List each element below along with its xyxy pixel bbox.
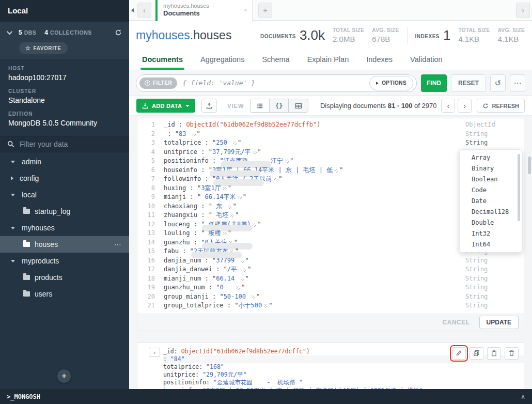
view-tab[interactable]: Validation bbox=[410, 50, 443, 70]
new-tab-button[interactable]: + bbox=[258, 3, 272, 18]
caret-icon[interactable] bbox=[11, 194, 15, 196]
tree-item[interactable]: admin bbox=[0, 153, 129, 170]
field-name[interactable]: danjia_danwei bbox=[164, 266, 212, 273]
type-option[interactable]: Binary bbox=[460, 163, 522, 174]
add-data-button[interactable]: ADD DATA bbox=[136, 99, 195, 113]
table-view-button[interactable] bbox=[289, 99, 308, 112]
field-value[interactable]: 66.14平米 bbox=[201, 193, 236, 200]
item-menu-icon[interactable]: ⋯ bbox=[114, 240, 122, 248]
field-value[interactable]: 板楼 bbox=[205, 229, 221, 237]
expand-shell-icon[interactable]: ∧ bbox=[521, 393, 525, 400]
view-tab[interactable]: Schema bbox=[262, 50, 289, 70]
resize-grip-icon[interactable] bbox=[264, 304, 268, 308]
field-value[interactable]: 250 bbox=[216, 139, 231, 146]
delete-document-button[interactable] bbox=[505, 347, 519, 360]
resize-grip-icon[interactable] bbox=[238, 196, 242, 199]
document-field-row[interactable]: 18mianji_num : 66.14 "66.14 "String bbox=[137, 274, 524, 284]
tree-item[interactable]: products bbox=[0, 269, 129, 286]
preview-field-row[interactable]: totalprice: "168""168" bbox=[163, 363, 524, 371]
next-page-button[interactable]: › bbox=[458, 99, 472, 113]
preview-field-row[interactable]: unitprice: "29,709元/平""29,709元/平" bbox=[163, 371, 524, 379]
field-type[interactable]: String bbox=[465, 265, 488, 274]
close-tab-icon[interactable]: × bbox=[243, 6, 247, 14]
document-field-row[interactable]: 16danjia_num : 37799 "37799 "String bbox=[137, 256, 524, 266]
type-option[interactable]: Code bbox=[460, 185, 522, 196]
document-field-row[interactable]: 2 : 83 "83 "String bbox=[137, 130, 524, 139]
expand-document-button[interactable]: › bbox=[149, 348, 160, 357]
field-value[interactable]: 37799 bbox=[216, 257, 238, 264]
refresh-databases-icon[interactable] bbox=[115, 29, 122, 36]
field-name[interactable]: guanzhu_num bbox=[164, 284, 205, 291]
field-type[interactable]: String bbox=[465, 274, 488, 284]
document-field-row[interactable]: 3totalprice : 250 "250 "String bbox=[137, 138, 524, 148]
view-tab[interactable]: Documents bbox=[142, 50, 183, 70]
sidebar-filter-input[interactable] bbox=[20, 140, 118, 148]
field-name[interactable]: guanzhu bbox=[164, 239, 190, 246]
create-database-button[interactable]: + bbox=[57, 369, 71, 383]
json-view-button[interactable]: {} bbox=[270, 99, 289, 112]
field-name[interactable]: mianji bbox=[164, 193, 186, 200]
type-option[interactable]: Date bbox=[460, 196, 522, 207]
resize-grip-icon[interactable] bbox=[241, 259, 244, 263]
options-button[interactable]: OPTIONS bbox=[369, 76, 413, 90]
field-type[interactable]: String bbox=[465, 292, 488, 302]
field-value[interactable]: 小于500 bbox=[239, 302, 262, 309]
field-type[interactable]: String bbox=[465, 256, 488, 266]
next-tabs-button[interactable]: › bbox=[516, 3, 530, 18]
field-name[interactable]: totalprice bbox=[164, 139, 201, 146]
resize-grip-icon[interactable] bbox=[253, 151, 257, 154]
document-field-row[interactable]: 1_id : ObjectId("61db062ef9d8b52ee77dcff… bbox=[137, 120, 524, 130]
field-type[interactable]: String bbox=[465, 130, 488, 139]
prev-tabs-button[interactable]: ‹ bbox=[137, 3, 151, 18]
query-history-icon[interactable]: ↺ bbox=[490, 74, 506, 92]
filter-placeholder[interactable]: { field: 'value' } bbox=[182, 79, 255, 87]
resize-grip-icon[interactable] bbox=[253, 223, 256, 227]
list-view-button[interactable] bbox=[251, 99, 270, 112]
caret-icon[interactable] bbox=[11, 227, 15, 229]
find-button[interactable]: FIND bbox=[421, 74, 447, 92]
view-tab[interactable]: Aggregations bbox=[200, 50, 244, 70]
update-button[interactable]: UPDATE bbox=[479, 316, 519, 329]
type-option[interactable]: Decimal128 bbox=[460, 207, 522, 217]
resize-grip-icon[interactable] bbox=[285, 160, 289, 163]
field-value[interactable]: 毛坯 bbox=[212, 211, 228, 219]
field-value[interactable]: 东 bbox=[212, 203, 226, 210]
caret-icon[interactable] bbox=[11, 161, 15, 163]
edit-document-button[interactable] bbox=[452, 347, 466, 360]
resize-grip-icon[interactable] bbox=[243, 268, 246, 272]
tree-item[interactable]: config bbox=[0, 170, 129, 187]
resize-grip-icon[interactable] bbox=[274, 178, 277, 181]
field-name[interactable]: louling bbox=[164, 229, 190, 237]
field-type[interactable]: String bbox=[465, 138, 488, 148]
copy-document-button[interactable] bbox=[487, 347, 501, 360]
view-tab[interactable]: Explain Plan bbox=[307, 50, 349, 70]
resize-grip-icon[interactable] bbox=[335, 169, 338, 173]
preview-field-row[interactable]: positioninfo: "金迪城市花园 - 机场路 ""金迪城市花园 - 机… bbox=[163, 379, 524, 386]
field-name[interactable]: danjia_num bbox=[164, 257, 201, 264]
type-option[interactable]: Double bbox=[460, 217, 522, 228]
field-value[interactable]: 37,799元/平 bbox=[212, 148, 251, 156]
more-options-icon[interactable]: ⋯ bbox=[510, 74, 525, 92]
field-name[interactable]: fabu bbox=[164, 247, 179, 255]
collapse-sidebar-icon[interactable] bbox=[129, 8, 136, 12]
resize-grip-icon[interactable] bbox=[230, 214, 234, 217]
tree-item[interactable]: startup_log bbox=[0, 203, 129, 220]
field-name[interactable]: zhuangxiu bbox=[164, 211, 197, 219]
tree-item[interactable]: users bbox=[0, 286, 129, 302]
field-value[interactable]: 0 bbox=[220, 284, 234, 291]
mongosh-bar[interactable]: >_MONGOSH ∧ bbox=[0, 389, 532, 404]
resize-grip-icon[interactable] bbox=[237, 286, 240, 290]
content-scrollbar[interactable] bbox=[528, 157, 531, 174]
field-name[interactable]: chaoxiang bbox=[164, 203, 197, 210]
field-name[interactable]: group_totalprice bbox=[164, 302, 224, 309]
field-name[interactable]: mianji_num bbox=[164, 275, 201, 282]
field-name[interactable]: followinfo bbox=[164, 175, 201, 182]
field-value[interactable]: 50-100 bbox=[224, 293, 250, 300]
field-value[interactable]: 3室1厅 bbox=[201, 184, 221, 192]
document-field-row[interactable]: 20group_mianji : 50-100 "50-100 "String bbox=[137, 292, 524, 302]
field-name[interactable]: houseinfo bbox=[164, 166, 197, 174]
resize-grip-icon[interactable] bbox=[223, 232, 227, 236]
dropdown-scrollbar[interactable] bbox=[518, 154, 520, 221]
field-type[interactable]: ObjectId bbox=[465, 120, 495, 130]
clone-document-button[interactable] bbox=[470, 347, 483, 360]
